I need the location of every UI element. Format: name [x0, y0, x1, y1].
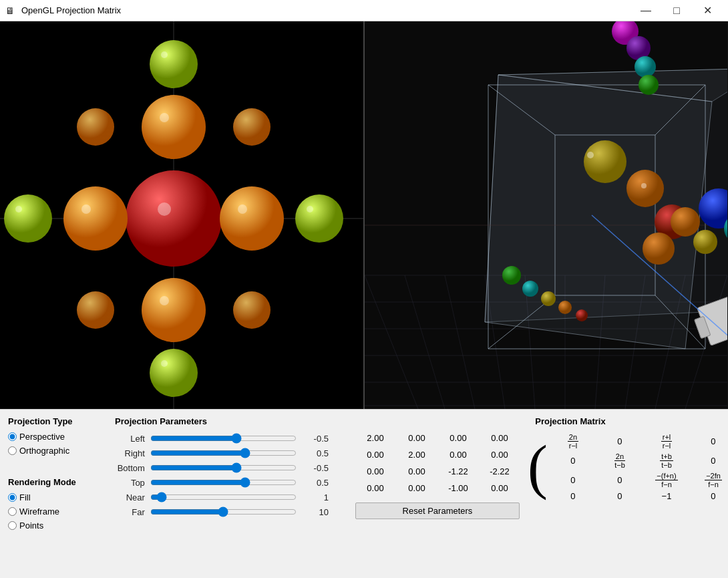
perspective-option[interactable]: Perspective	[8, 432, 88, 442]
param-slider-top[interactable]	[150, 477, 297, 488]
svg-point-23	[15, 206, 22, 212]
wireframe-radio[interactable]	[8, 507, 17, 516]
param-row-right: Right 0.5	[115, 448, 329, 458]
controls-row: Projection Type Perspective Orthographic…	[0, 409, 728, 578]
svg-point-7	[220, 186, 284, 251]
matrix-cell-1-2: 0.00	[438, 447, 478, 462]
close-button[interactable]: ✕	[692, 0, 723, 21]
svg-point-4	[142, 95, 206, 159]
svg-point-10	[4, 194, 52, 243]
fill-option[interactable]: Fill	[8, 492, 88, 502]
maximize-button[interactable]: □	[661, 0, 692, 21]
reset-button[interactable]: Reset Parameters	[355, 502, 520, 519]
points-radio[interactable]	[8, 521, 17, 530]
svg-marker-43	[485, 68, 727, 322]
frac-2n-tb: 2n t−b	[597, 452, 643, 469]
numeric-matrix: 2.00 0.00 0.00 0.00 0.00 2.00 0.00 0.00 …	[355, 430, 520, 519]
param-row-bottom: Bottom -0.5	[115, 462, 329, 473]
svg-point-22	[161, 360, 168, 367]
right-viewport	[365, 21, 728, 409]
formula-grid: 2n r−l 0 r+l r−l 0	[548, 430, 728, 504]
param-row-near: Near 1	[115, 492, 329, 502]
param-slider-bottom[interactable]	[150, 462, 297, 473]
matrix-grid: 2.00 0.00 0.00 0.00 0.00 2.00 0.00 0.00 …	[355, 430, 520, 496]
rendering-mode-panel: Rendering Mode Fill Wireframe Points	[8, 477, 88, 531]
svg-point-3	[126, 170, 222, 267]
formula-container: ( 2n r−l 0 r+l	[528, 430, 728, 504]
orthographic-radio[interactable]	[8, 446, 17, 455]
svg-point-68	[626, 170, 664, 207]
param-label-near: Near	[115, 492, 145, 502]
svg-point-13	[233, 108, 270, 146]
projection-type-panel: Projection Type Perspective Orthographic	[8, 416, 88, 456]
svg-point-77	[541, 291, 556, 306]
fill-radio[interactable]	[8, 493, 17, 502]
svg-point-66	[639, 75, 659, 95]
rendering-mode-title: Rendering Mode	[8, 477, 88, 487]
param-label-left: Left	[115, 434, 145, 444]
fill-label: Fill	[19, 492, 31, 502]
wireframe-label: Wireframe	[19, 507, 59, 517]
param-row-far: Far 10	[115, 507, 329, 517]
param-slider-right[interactable]	[150, 448, 297, 458]
svg-point-74	[693, 230, 717, 254]
projection-type-group: Perspective Orthographic	[8, 432, 88, 456]
param-label-far: Far	[115, 507, 145, 517]
matrix-cell-0-0: 2.00	[355, 430, 395, 446]
svg-point-21	[161, 51, 168, 58]
frac-2n-rl: 2n r−l	[550, 433, 596, 450]
param-slider-near[interactable]	[150, 492, 297, 502]
matrix-formula-row: 2.00 0.00 0.00 0.00 0.00 2.00 0.00 0.00 …	[355, 430, 728, 519]
formula-r3c0: 0	[550, 491, 596, 501]
points-label: Points	[19, 521, 43, 531]
wireframe-option[interactable]: Wireframe	[8, 507, 88, 517]
svg-point-78	[558, 301, 572, 314]
orthographic-option[interactable]: Orthographic	[8, 446, 88, 456]
param-slider-left[interactable]	[150, 433, 297, 444]
matrix-cell-2-1: 0.00	[397, 464, 437, 479]
left-viewport	[0, 21, 363, 409]
matrix-cell-2-2: -1.22	[438, 464, 478, 479]
params-title: Projection Parameters	[115, 416, 329, 426]
formula-r3c3: 0	[691, 491, 728, 501]
frac-2fn-fn: −2fn f−n	[691, 472, 728, 488]
param-row-top: Top 0.5	[115, 477, 329, 488]
perspective-label: Perspective	[19, 432, 65, 442]
points-option[interactable]: Points	[8, 521, 88, 531]
formula-r2c1: 0	[597, 472, 643, 488]
param-label-right: Right	[115, 448, 145, 458]
param-slider-far[interactable]	[150, 507, 297, 517]
minimize-button[interactable]: —	[630, 0, 661, 21]
right-scene	[365, 21, 727, 409]
params-panel: Projection Parameters Left -0.5 Right 0.…	[115, 416, 329, 571]
svg-point-24	[307, 206, 313, 212]
title-bar-left: 🖥 OpenGL Projection Matrix	[5, 5, 121, 16]
frac-fpn-fn: −(f+n) f−n	[644, 472, 689, 488]
formula-r3c1: 0	[597, 491, 643, 501]
svg-point-9	[150, 349, 198, 397]
formula-r2c3: −2fn f−n	[691, 472, 728, 488]
param-value-right: 0.5	[302, 448, 329, 458]
matrix-cell-3-0: 0.00	[355, 480, 395, 496]
rendering-mode-group: Fill Wireframe Points	[8, 492, 88, 531]
svg-point-11	[295, 194, 343, 243]
window-title: OpenGL Projection Matrix	[21, 5, 121, 15]
param-value-left: -0.5	[302, 434, 329, 444]
perspective-radio[interactable]	[8, 432, 17, 441]
formula-r0c3: 0	[691, 433, 728, 450]
svg-point-5	[142, 278, 206, 342]
param-label-bottom: Bottom	[115, 463, 145, 473]
formula-r0c0: 2n r−l	[550, 433, 596, 450]
svg-point-65	[634, 56, 656, 78]
matrix-section: Projection Matrix 2.00 0.00 0.00 0.00 0.…	[355, 416, 728, 571]
formula-r2c2: −(f+n) f−n	[644, 472, 689, 488]
viewports-row	[0, 21, 728, 409]
svg-point-70	[643, 233, 675, 265]
frac-rpl-rl: r+l r−l	[644, 433, 689, 450]
matrix-cell-1-3: 0.00	[480, 447, 520, 462]
matrix-cell-3-1: 0.00	[397, 480, 437, 496]
matrix-cell-3-2: -1.00	[438, 480, 478, 496]
param-value-near: 1	[302, 492, 329, 502]
formula-r3c2: −1	[644, 491, 689, 501]
svg-point-75	[502, 266, 521, 285]
